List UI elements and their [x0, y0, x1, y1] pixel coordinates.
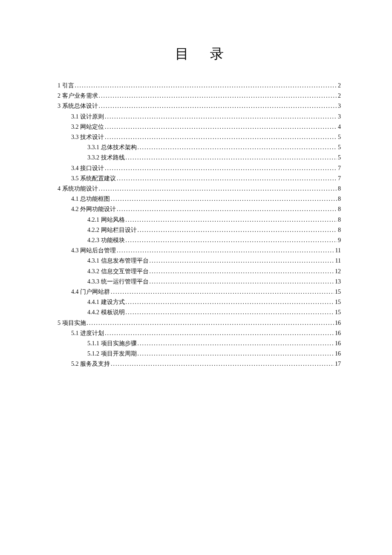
toc-entry-page: 8 — [338, 184, 341, 194]
toc-entry-label: 2 客户业务需求 — [58, 91, 98, 101]
toc-entry-label: 4.3 网站后台管理 — [71, 246, 116, 256]
toc-entry[interactable]: 4.2.2 网站栏目设计8 — [58, 225, 341, 235]
toc-entry[interactable]: 4 系统功能设计8 — [58, 184, 341, 194]
toc-leader-dots — [104, 132, 338, 142]
toc-entry[interactable]: 4.3 网站后台管理11 — [58, 246, 341, 256]
toc-entry-label: 3.4 接口设计 — [71, 163, 104, 173]
toc-leader-dots — [110, 194, 338, 204]
toc-leader-dots — [116, 246, 335, 256]
toc-leader-dots — [149, 266, 335, 277]
toc-leader-dots — [98, 101, 338, 111]
toc-leader-dots — [125, 215, 338, 225]
toc-entry[interactable]: 4.3.2 信息交互管理平台12 — [58, 266, 341, 277]
toc-leader-dots — [104, 112, 338, 122]
toc-entry[interactable]: 4.3.3 统一运行管理平台13 — [58, 277, 341, 287]
toc-entry[interactable]: 3.1 设计原则3 — [58, 112, 341, 122]
toc-entry-label: 3.1 设计原则 — [71, 112, 104, 122]
toc-entry-page: 5 — [338, 153, 341, 163]
toc-entry-label: 1 引言 — [58, 81, 74, 91]
toc-leader-dots — [116, 173, 338, 184]
toc-entry[interactable]: 4.1 总功能框图8 — [58, 194, 341, 204]
toc-entry-label: 4.2.3 功能模块 — [87, 235, 125, 246]
toc-entry-label: 3.3.1 总体技术架构 — [87, 142, 137, 153]
toc-leader-dots — [86, 318, 335, 328]
toc-entry[interactable]: 2 客户业务需求2 — [58, 91, 341, 101]
toc-entry[interactable]: 3.3.1 总体技术架构5 — [58, 142, 341, 153]
toc-entry-page: 15 — [335, 287, 341, 297]
toc-entry[interactable]: 5.1 进度计划16 — [58, 328, 341, 338]
toc-leader-dots — [98, 91, 338, 101]
toc-entry[interactable]: 3.2 网站定位4 — [58, 122, 341, 132]
toc-entry[interactable]: 4.4.1 建设方式15 — [58, 297, 341, 307]
toc-leader-dots — [110, 359, 335, 369]
toc-entry[interactable]: 4.3.1 信息发布管理平台11 — [58, 256, 341, 266]
toc-entry-label: 4.2 外网功能设计 — [71, 204, 116, 214]
toc-entry[interactable]: 5.1.2 项目开发周期16 — [58, 349, 341, 359]
toc-entry-page: 15 — [335, 297, 341, 307]
toc-leader-dots — [137, 338, 335, 349]
toc-entry[interactable]: 5 项目实施16 — [58, 318, 341, 328]
toc-entry[interactable]: 3 系统总体设计3 — [58, 101, 341, 111]
toc-entry-page: 4 — [338, 122, 341, 132]
toc-entry-page: 16 — [335, 338, 341, 349]
toc-entry-label: 4.4 门户网站群 — [71, 287, 110, 297]
toc-entry-label: 5.2 服务及支持 — [71, 359, 110, 369]
toc-leader-dots — [116, 204, 338, 214]
toc-entry[interactable]: 3.5 系统配置建议7 — [58, 173, 341, 184]
toc-leader-dots — [125, 297, 335, 307]
toc-leader-dots — [98, 184, 338, 194]
toc-entry-page: 3 — [338, 101, 341, 111]
toc-leader-dots — [110, 287, 335, 297]
toc-entry[interactable]: 4.4.2 模板说明15 — [58, 307, 341, 318]
toc-entry[interactable]: 4.2.1 网站风格8 — [58, 215, 341, 225]
toc-entry-page: 5 — [338, 142, 341, 153]
toc-entry[interactable]: 4.2 外网功能设计8 — [58, 204, 341, 214]
toc-entry-page: 7 — [338, 173, 341, 184]
toc-entry[interactable]: 3.3 技术设计5 — [58, 132, 341, 142]
toc-entry-label: 5 项目实施 — [58, 318, 86, 328]
toc-leader-dots — [137, 349, 335, 359]
toc-entry-page: 16 — [335, 349, 341, 359]
toc-entry[interactable]: 5.2 服务及支持17 — [58, 359, 341, 369]
toc-entry-page: 11 — [335, 256, 341, 266]
toc-entry-page: 8 — [338, 194, 341, 204]
toc-leader-dots — [149, 277, 335, 287]
toc-entry[interactable]: 3.4 接口设计7 — [58, 163, 341, 173]
toc-entry-label: 4.2.2 网站栏目设计 — [87, 225, 137, 235]
toc-entry-page: 8 — [338, 215, 341, 225]
toc-entry-label: 4.2.1 网站风格 — [87, 215, 125, 225]
toc-entry-label: 5.1.2 项目开发周期 — [87, 349, 137, 359]
toc-entry-page: 12 — [335, 266, 341, 277]
toc-entry-page: 13 — [335, 277, 341, 287]
toc-entry[interactable]: 4.4 门户网站群15 — [58, 287, 341, 297]
toc-entry-page: 8 — [338, 204, 341, 214]
toc-entry-label: 3.3 技术设计 — [71, 132, 104, 142]
table-of-contents: 1 引言22 客户业务需求23 系统总体设计33.1 设计原则33.2 网站定位… — [58, 81, 341, 370]
toc-entry[interactable]: 5.1.1 项目实施步骤16 — [58, 338, 341, 349]
toc-entry-page: 2 — [338, 91, 341, 101]
toc-entry[interactable]: 1 引言2 — [58, 81, 341, 91]
toc-entry-page: 9 — [338, 235, 341, 246]
toc-entry-page: 16 — [335, 318, 341, 328]
toc-entry-label: 5.1.1 项目实施步骤 — [87, 338, 137, 349]
document-page: 目录 1 引言22 客户业务需求23 系统总体设计33.1 设计原则33.2 网… — [0, 0, 392, 370]
toc-entry-page: 8 — [338, 225, 341, 235]
toc-entry-page: 11 — [335, 246, 341, 256]
toc-entry-label: 4.3.2 信息交互管理平台 — [87, 266, 149, 277]
toc-title: 目录 — [58, 45, 341, 64]
toc-entry-page: 17 — [335, 359, 341, 369]
toc-leader-dots — [125, 235, 338, 246]
toc-entry-label: 3.5 系统配置建议 — [71, 173, 116, 184]
toc-entry-page: 16 — [335, 328, 341, 338]
toc-leader-dots — [74, 81, 338, 91]
toc-leader-dots — [104, 163, 338, 173]
toc-leader-dots — [137, 142, 338, 153]
toc-entry-label: 3 系统总体设计 — [58, 101, 98, 111]
toc-leader-dots — [125, 307, 335, 318]
toc-entry[interactable]: 4.2.3 功能模块9 — [58, 235, 341, 246]
toc-entry-page: 7 — [338, 163, 341, 173]
toc-entry[interactable]: 3.3.2 技术路线5 — [58, 153, 341, 163]
toc-entry-label: 3.2 网站定位 — [71, 122, 104, 132]
toc-entry-label: 4.1 总功能框图 — [71, 194, 110, 204]
toc-entry-page: 2 — [338, 81, 341, 91]
